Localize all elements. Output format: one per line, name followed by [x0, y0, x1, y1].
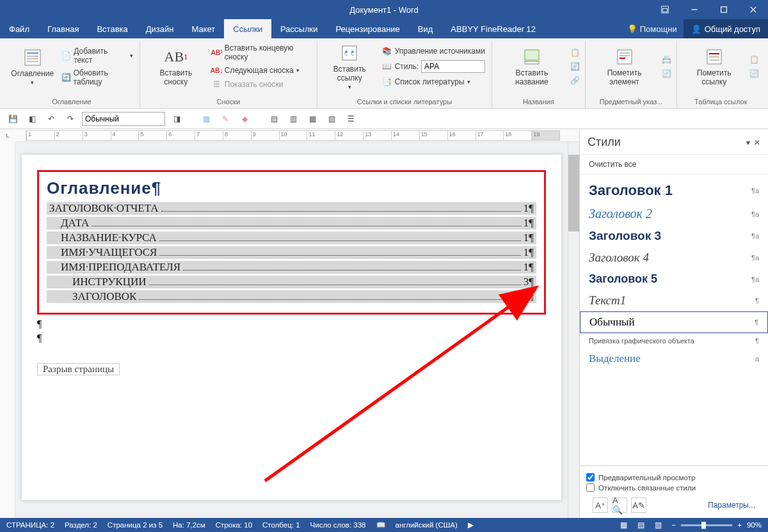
mark-entry-button[interactable]: Пометить элемент	[591, 41, 659, 92]
qat-icon[interactable]: ▤	[266, 111, 282, 127]
tell-me-helper[interactable]: 💡Помощни	[621, 24, 684, 34]
tab-mailings[interactable]: Рассылки	[271, 19, 326, 38]
status-page[interactable]: СТРАНИЦА: 2	[6, 521, 54, 529]
maximize-icon[interactable]	[709, 0, 739, 19]
insert-caption-button[interactable]: Вставить название	[497, 41, 566, 92]
qat-icon[interactable]: ▧	[324, 111, 339, 127]
panel-close-icon[interactable]: ✕	[754, 138, 760, 147]
update-table-button[interactable]: 🔄Обновить таблицу	[60, 68, 134, 87]
toc-entry[interactable]: ДАТА1¶	[47, 217, 536, 230]
view-read-icon[interactable]: ▦	[620, 520, 627, 529]
zoom-out-icon[interactable]: −	[672, 521, 676, 529]
zoom-slider[interactable]	[681, 524, 732, 526]
new-style-icon[interactable]: A⁺	[593, 497, 608, 513]
share-button[interactable]: 👤Общий доступ	[684, 19, 768, 38]
status-section[interactable]: Раздел: 2	[65, 521, 97, 529]
insert-footnote-button[interactable]: AB1 Вставить сноску	[145, 41, 207, 92]
style-value-input[interactable]	[421, 60, 485, 73]
cross-reference-icon[interactable]: 🔗	[570, 76, 580, 85]
mark-citation-button[interactable]: Пометить ссылку	[682, 41, 746, 92]
vertical-ruler[interactable]	[0, 142, 15, 518]
qat-icon[interactable]: ◨	[169, 111, 184, 127]
bibliography-button[interactable]: 📑Список литературы▾	[381, 76, 486, 88]
update-toa-icon[interactable]: 🔄	[749, 69, 759, 78]
update-index-icon[interactable]: 🔄	[662, 69, 671, 78]
qat-icon[interactable]: ✎	[218, 111, 233, 127]
clear-all-button[interactable]: Очистить все	[580, 155, 768, 175]
toc-entry[interactable]: ЗАГОЛОВОК·ОТЧЕТА1¶	[47, 202, 536, 215]
status-words[interactable]: Число слов: 338	[310, 521, 366, 529]
show-notes-button[interactable]: ☰Показать сноски	[211, 79, 312, 90]
undo-icon[interactable]: ↶	[44, 111, 59, 127]
toc-entry[interactable]: ЗАГОЛОВОК4¶	[47, 290, 536, 303]
qat-icon[interactable]: ◧	[24, 111, 40, 127]
minimize-icon[interactable]	[680, 0, 709, 19]
tab-review[interactable]: Рецензирование	[326, 19, 408, 38]
preview-checkbox[interactable]: Предварительный просмотр	[586, 473, 762, 481]
style-heading3[interactable]: Заголовок 3¶а	[580, 225, 768, 247]
update-table-icon[interactable]: 🔄	[570, 62, 580, 71]
view-web-icon[interactable]: ▥	[655, 520, 662, 529]
qat-icon[interactable]: ▦	[198, 111, 214, 127]
panel-options-icon[interactable]: ▾	[746, 138, 750, 147]
zoom-value[interactable]: 90%	[747, 521, 762, 529]
style-anchor[interactable]: Привязка графического объекта¶	[580, 333, 768, 348]
toc-button[interactable]: Оглавление ▾	[9, 41, 56, 92]
tab-design[interactable]: Дизайн	[137, 19, 183, 38]
status-proofing-icon[interactable]: 📖	[376, 520, 385, 529]
insert-index-icon[interactable]: 📇	[662, 55, 671, 64]
citation-style-select[interactable]: 📖Стиль:	[381, 59, 486, 74]
tab-references[interactable]: Ссылки	[224, 19, 271, 38]
document-page[interactable]: Оглавление¶ ЗАГОЛОВОК·ОТЧЕТА1¶ДАТА1¶НАЗВ…	[22, 155, 561, 500]
manage-styles-icon[interactable]: A✎	[631, 497, 646, 513]
status-macro-icon[interactable]: ▶	[468, 520, 474, 529]
qat-icon[interactable]: ▦	[305, 111, 320, 127]
tab-layout[interactable]: Макет	[182, 19, 224, 38]
ribbon-display-icon[interactable]	[650, 0, 680, 19]
toc-entry[interactable]: ИМЯ·УЧАЩЕГОСЯ1¶	[47, 246, 536, 259]
tab-home[interactable]: Главная	[38, 19, 88, 38]
add-text-button[interactable]: 📄Добавить текст▾	[60, 46, 134, 65]
redo-icon[interactable]: ↷	[63, 111, 78, 127]
toc-entry[interactable]: ИМЯ·ПРЕПОДАВАТЕЛЯ1¶	[47, 261, 536, 274]
status-column[interactable]: Столбец: 1	[262, 521, 300, 529]
style-inspector-icon[interactable]: A🔍	[612, 497, 627, 513]
tab-insert[interactable]: Вставка	[88, 19, 136, 38]
tab-view[interactable]: Вид	[409, 19, 442, 38]
tab-abbyy[interactable]: ABBYY FineReader 12	[442, 19, 545, 38]
insert-toa-icon[interactable]: 📋	[749, 55, 759, 64]
style-heading4[interactable]: Заголовок 4¶а	[580, 247, 768, 269]
qat-icon[interactable]: ◆	[237, 111, 252, 127]
status-language[interactable]: английский (США)	[396, 521, 458, 529]
style-heading1[interactable]: Заголовок 1¶а	[580, 178, 768, 203]
qat-icon[interactable]: ☰	[343, 111, 358, 127]
insert-citation-button[interactable]: Вставить ссылку ▾	[323, 41, 377, 92]
insert-table-figures-icon[interactable]: 📋	[570, 48, 580, 57]
panel-parameters-link[interactable]: Параметры...	[708, 501, 755, 510]
toc-entry[interactable]: НАЗВАНИЕ·КУРСА1¶	[47, 231, 536, 244]
disable-linked-checkbox[interactable]: Отключить связанные стили	[586, 483, 762, 492]
style-text1[interactable]: Текст1¶	[580, 290, 768, 311]
style-selector[interactable]	[82, 112, 165, 126]
status-line[interactable]: Строка: 10	[216, 521, 252, 529]
style-normal[interactable]: Обычный¶	[580, 311, 768, 333]
next-footnote-button[interactable]: AB↓Следующая сноска▾	[211, 65, 312, 76]
insert-endnote-button[interactable]: AB¹Вставить концевую сноску	[211, 43, 312, 62]
style-heading5[interactable]: Заголовок 5¶а	[580, 269, 768, 290]
view-print-icon[interactable]: ▤	[637, 520, 644, 529]
toc-entry[interactable]: ИНСТРУКЦИИ3¶	[47, 276, 536, 288]
manage-sources-button[interactable]: 📚Управление источниками	[381, 45, 486, 57]
qat-icon[interactable]: ▥	[285, 111, 301, 127]
horizontal-ruler[interactable]: 12345678910111213141516171819	[15, 129, 579, 142]
style-highlight[interactable]: Выделениеа	[580, 348, 768, 369]
zoom-control[interactable]: − + 90%	[672, 521, 762, 529]
status-at[interactable]: На: 7,2см	[173, 521, 205, 529]
tab-file[interactable]: Файл	[0, 19, 38, 38]
close-icon[interactable]	[739, 0, 768, 19]
vertical-scrollbar[interactable]	[568, 142, 579, 518]
ruler-corner: L	[0, 129, 15, 142]
save-icon[interactable]: 💾	[5, 111, 20, 127]
zoom-in-icon[interactable]: +	[737, 521, 742, 529]
style-heading2[interactable]: Заголовок 2¶а	[580, 203, 768, 225]
status-page-of[interactable]: Страница 2 из 5	[108, 521, 163, 529]
